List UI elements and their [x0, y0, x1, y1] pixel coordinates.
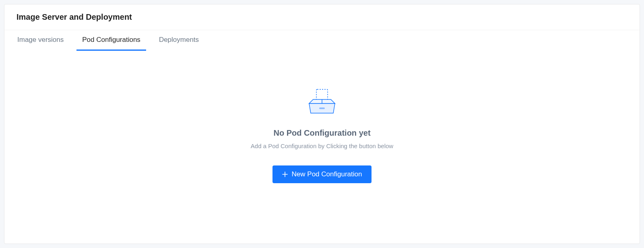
new-pod-configuration-button-label: New Pod Configuration — [292, 170, 362, 178]
tab-image-versions[interactable]: Image versions — [12, 30, 69, 51]
empty-state-title: No Pod Configuration yet — [273, 128, 370, 138]
card-header: Image Server and Deployment — [4, 4, 640, 30]
plus-icon — [282, 172, 288, 177]
page-title: Image Server and Deployment — [17, 12, 627, 22]
empty-state: No Pod Configuration yet Add a Pod Confi… — [4, 51, 640, 244]
new-pod-configuration-button[interactable]: New Pod Configuration — [272, 165, 372, 183]
tab-deployments[interactable]: Deployments — [153, 30, 204, 51]
tab-pod-configurations[interactable]: Pod Configurations — [76, 30, 146, 51]
empty-state-subtitle: Add a Pod Configuration by Clicking the … — [251, 143, 393, 149]
tabs-bar: Image versions Pod Configurations Deploy… — [4, 30, 640, 51]
main-card: Image Server and Deployment Image versio… — [4, 4, 640, 244]
svg-rect-2 — [319, 107, 325, 109]
empty-box-icon — [306, 89, 338, 116]
